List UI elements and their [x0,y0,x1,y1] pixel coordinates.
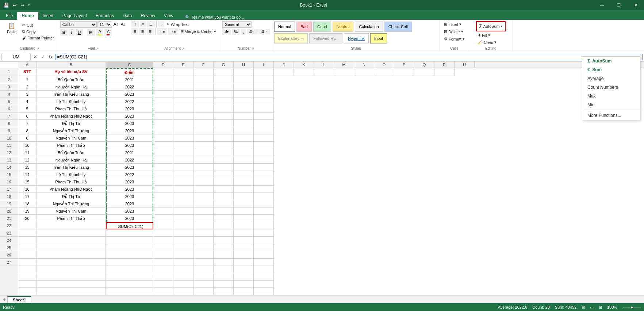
align-bottom-button[interactable]: ⊥ [147,21,155,27]
cell-h14[interactable] [234,164,254,171]
cell-d11[interactable] [153,142,173,149]
cell-b13[interactable]: Nguyễn Ngân Hà [37,156,106,164]
cell-d22[interactable] [153,229,173,237]
cell-b19[interactable]: Nguyễn Thị Thương [37,200,106,207]
cell-a10[interactable]: 8 [18,134,37,142]
dropdown-average[interactable]: Average [582,74,640,83]
cell-a3[interactable]: 2 [18,83,37,91]
col-header-d[interactable]: D [153,62,173,68]
col-header-b[interactable]: B [37,62,106,68]
cell-i9[interactable] [254,127,274,134]
cell-f4[interactable] [193,91,214,98]
cell-g2[interactable] [214,76,234,83]
cell-d25[interactable] [153,251,173,259]
cell-h13[interactable] [234,156,254,164]
cell-h9[interactable] [234,127,254,134]
undo-button[interactable]: ↩ [12,2,18,9]
cell-f21[interactable] [193,215,214,222]
col-header-c[interactable]: C [106,62,153,68]
cell-h5[interactable] [234,98,254,105]
col-header-p[interactable]: P [394,62,414,68]
row-header-15[interactable]: 15 [0,171,18,178]
cell-a29[interactable] [18,281,37,288]
cell-f18[interactable] [193,193,214,200]
cell-c6[interactable]: 2023 [106,105,153,113]
cell-b27[interactable] [37,266,106,273]
cell-a21[interactable]: 20 [18,215,37,222]
cell-i8[interactable] [254,120,274,127]
cell-g26[interactable] [214,259,234,266]
number-format-select[interactable]: General [222,21,252,28]
cell-e15[interactable] [173,171,193,178]
zoom-slider[interactable]: ——●—— [622,305,641,309]
row-header-4[interactable]: 4 [0,91,18,98]
cell-i20[interactable] [254,207,274,215]
cell-f2[interactable] [193,76,214,83]
cell-d3[interactable] [153,83,173,91]
tab-page-layout[interactable]: Page Layout [58,12,91,20]
cell-h24[interactable] [234,244,254,251]
cell-h26[interactable] [234,259,254,266]
cell-b26[interactable] [37,259,106,266]
row-header-5[interactable]: 5 [0,98,18,105]
cell-e9[interactable] [173,127,193,134]
cell-i25[interactable] [254,251,274,259]
cell-i21[interactable] [254,215,274,222]
cell-g12[interactable] [214,149,234,156]
cell-i26[interactable] [254,259,274,266]
col-header-k[interactable]: K [294,62,314,68]
close-button[interactable]: ✕ [627,0,644,10]
cell-h21[interactable] [234,222,254,229]
cell-f3[interactable] [193,83,214,91]
cell-f13[interactable] [193,156,214,164]
cell-d24[interactable] [153,244,173,251]
align-right-button[interactable]: ≡ [147,28,154,35]
tab-view[interactable]: View [160,12,178,20]
cell-e22[interactable] [173,229,193,237]
row-header-10[interactable]: 10 [0,134,18,142]
cell-e18[interactable] [173,193,193,200]
cell-f5[interactable] [193,98,214,105]
cell-c13[interactable]: 2022 [106,156,153,164]
cell-a7[interactable]: 6 [18,113,37,120]
cell-b21[interactable] [37,222,106,229]
autosum-arrow-icon[interactable]: ▾ [501,24,503,28]
row-header-6[interactable]: 6 [0,105,18,113]
cell-i28[interactable] [254,273,274,281]
increase-font-icon[interactable]: A↑ [113,22,119,27]
copy-button[interactable]: ⧉ Copy [21,28,55,35]
decrease-font-icon[interactable]: A↓ [120,22,127,27]
style-calculation[interactable]: Calculation [355,22,383,32]
cell-b5[interactable]: Lê Thị Khánh Ly [37,98,106,105]
cell-c23[interactable] [106,237,153,244]
paste-button[interactable]: 📋 Paste [4,21,20,35]
cell-h22[interactable] [234,229,254,237]
row-header-2[interactable]: 2 [0,76,18,83]
cell-e29[interactable] [173,281,193,288]
cell-j1[interactable] [274,68,294,76]
cell-f23[interactable] [193,237,214,244]
cell-g30[interactable] [214,288,234,295]
cell-a27[interactable] [18,266,37,273]
cell-f27[interactable] [193,266,214,273]
cell-e26[interactable] [173,259,193,266]
cell-f30[interactable] [193,288,214,295]
cell-g1[interactable] [214,68,234,76]
cell-h28[interactable] [234,273,254,281]
tab-data[interactable]: Data [118,12,136,20]
font-color-button[interactable]: A [104,28,112,36]
cell-a17[interactable]: 16 [18,186,37,193]
cell-d13[interactable] [153,156,173,164]
page-break-button[interactable]: ⊟ [599,305,602,310]
cell-a21[interactable] [18,222,37,229]
cell-e13[interactable] [173,156,193,164]
cell-e14[interactable] [173,164,193,171]
cell-g13[interactable] [214,156,234,164]
cell-h17[interactable] [234,186,254,193]
row-header-3[interactable]: 3 [0,83,18,91]
cell-c12[interactable]: 2021 [106,149,153,156]
cell-c20[interactable]: 2023 [106,207,153,215]
cell-f10[interactable] [193,134,214,142]
cell-g16[interactable] [214,178,234,186]
cell-f19[interactable] [193,200,214,207]
